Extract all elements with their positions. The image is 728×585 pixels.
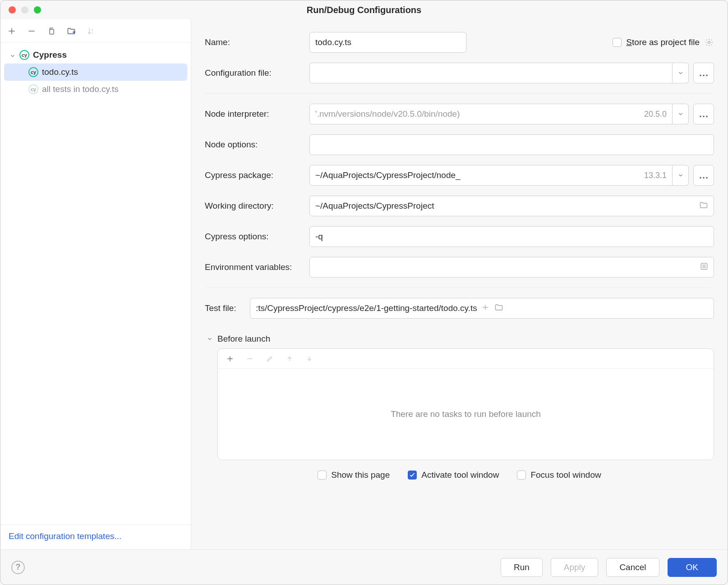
tree-label: todo.cy.ts (42, 67, 78, 77)
before-launch-panel: There are no tasks to run before launch (217, 348, 714, 460)
before-launch-label: Before launch (217, 334, 270, 344)
show-this-page-option[interactable]: Show this page (318, 470, 390, 480)
divider (205, 288, 714, 288)
copy-config-button[interactable] (46, 26, 56, 36)
cypress-package-version: 13.3.1 (639, 171, 667, 180)
before-launch-add-button[interactable] (225, 354, 235, 364)
cypress-package-select[interactable]: ~/AquaProjects/CypressProject/node_ 13.3… (309, 165, 673, 186)
cypress-package-dropdown-button[interactable] (673, 165, 689, 186)
cypress-icon: cy (28, 84, 38, 94)
new-folder-button[interactable] (66, 26, 76, 36)
run-button[interactable]: Run (501, 558, 543, 577)
remove-config-button[interactable] (27, 26, 37, 36)
add-config-button[interactable] (7, 26, 17, 36)
working-directory-label: Working directory: (205, 201, 309, 211)
env-vars-label: Environment variables: (205, 262, 309, 272)
before-launch-down-button[interactable] (304, 354, 314, 364)
show-this-page-checkbox[interactable] (318, 471, 327, 480)
folder-icon[interactable] (494, 303, 503, 314)
window-title: Run/Debug Configurations (0, 5, 728, 15)
svg-text:a: a (92, 27, 93, 31)
name-label: Name: (205, 37, 309, 47)
plus-icon[interactable] (482, 303, 489, 313)
focus-tool-window-label: Focus tool window (530, 470, 601, 480)
apply-button[interactable]: Apply (551, 558, 599, 577)
svg-text:z: z (92, 31, 93, 34)
cypress-icon: cy (28, 67, 38, 77)
working-directory-value: ~/AquaProjects/CypressProject (315, 201, 434, 211)
edit-templates-link[interactable]: Edit configuration templates... (9, 531, 121, 541)
tree-node-todo[interactable]: cy todo.cy.ts (4, 64, 187, 81)
help-button[interactable]: ? (11, 561, 25, 574)
before-launch-edit-button[interactable] (265, 354, 275, 364)
before-launch-up-button[interactable] (285, 354, 295, 364)
activate-tool-window-option[interactable]: Activate tool window (408, 470, 499, 480)
activate-tool-window-label: Activate tool window (421, 470, 499, 480)
store-as-project-checkbox[interactable] (613, 38, 622, 47)
config-file-browse-button[interactable]: … (693, 63, 714, 83)
working-directory-input[interactable]: ~/AquaProjects/CypressProject (309, 196, 714, 216)
config-file-label: Configuration file: (205, 68, 309, 78)
node-interpreter-version: 20.5.0 (639, 110, 667, 119)
env-vars-input[interactable] (309, 257, 714, 278)
before-launch-empty-text: There are no tasks to run before launch (218, 369, 714, 460)
node-options-label: Node options: (205, 140, 309, 150)
tree-label: Cypress (33, 50, 67, 60)
gear-icon[interactable] (704, 37, 714, 47)
before-launch-remove-button[interactable] (245, 354, 255, 364)
show-this-page-label: Show this page (331, 470, 390, 480)
ok-button[interactable]: OK (668, 558, 717, 577)
test-file-value: :ts/CypressProject/cypress/e2e/1-getting… (256, 303, 477, 313)
focus-tool-window-checkbox[interactable] (517, 471, 526, 480)
node-interpreter-select[interactable]: '.nvm/versions/node/v20.5.0/bin/node) 20… (309, 104, 673, 124)
tree-node-cypress[interactable]: cy Cypress (0, 46, 191, 64)
name-input[interactable]: todo.cy.ts (309, 32, 466, 53)
cypress-package-value: ~/AquaProjects/CypressProject/node_ (315, 170, 639, 180)
cypress-package-label: Cypress package: (205, 170, 309, 180)
cancel-button[interactable]: Cancel (606, 558, 659, 577)
svg-rect-0 (50, 29, 54, 34)
list-icon[interactable] (700, 262, 708, 273)
config-file-dropdown-button[interactable] (673, 63, 689, 83)
svg-point-3 (708, 41, 710, 44)
sidebar: az cy Cypress cy todo.cy.ts cy all te (0, 19, 191, 549)
config-tree[interactable]: cy Cypress cy todo.cy.ts cy all tests in… (0, 43, 191, 525)
test-file-label: Test file: (205, 303, 250, 313)
focus-tool-window-option[interactable]: Focus tool window (517, 470, 601, 480)
divider (205, 93, 714, 94)
activate-tool-window-checkbox[interactable] (408, 471, 417, 480)
node-interpreter-browse-button[interactable]: … (693, 104, 714, 124)
node-interpreter-label: Node interpreter: (205, 109, 309, 119)
before-launch-header[interactable]: Before launch (207, 334, 714, 344)
node-interpreter-value: '.nvm/versions/node/v20.5.0/bin/node) (315, 109, 639, 119)
cypress-package-browse-button[interactable]: … (693, 165, 714, 186)
tree-node-alltests[interactable]: cy all tests in todo.cy.ts (0, 81, 191, 98)
folder-icon[interactable] (699, 201, 708, 212)
sort-button[interactable]: az (86, 26, 96, 36)
config-file-input[interactable] (309, 63, 673, 83)
store-as-project-label: Store as project file (626, 37, 700, 47)
node-options-input[interactable] (309, 134, 714, 155)
node-interpreter-dropdown-button[interactable] (673, 104, 689, 124)
cypress-options-label: Cypress options: (205, 232, 309, 242)
cypress-icon: cy (19, 50, 29, 60)
chevron-down-icon (9, 51, 17, 59)
cypress-options-input[interactable]: -q (309, 226, 714, 247)
tree-label: all tests in todo.cy.ts (42, 84, 119, 94)
test-file-input[interactable]: :ts/CypressProject/cypress/e2e/1-getting… (250, 298, 714, 319)
